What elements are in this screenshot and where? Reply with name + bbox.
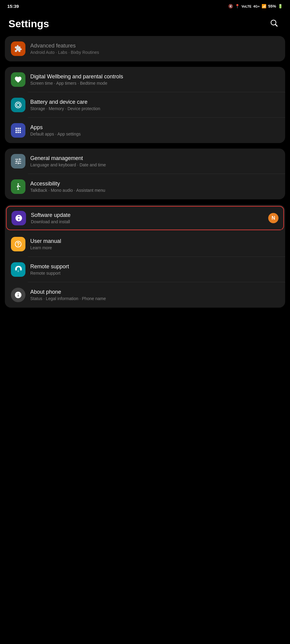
group-general: General management Language and keyboard… (5, 149, 285, 199)
settings-item-remote-support[interactable]: Remote support Remote support (5, 257, 285, 282)
settings-list: Advanced features Android Auto · Labs · … (0, 36, 290, 308)
signal-icon: 📶 (262, 4, 266, 8)
network-4g-icon: 4G+ (253, 5, 260, 8)
location-icon: 📍 (235, 4, 240, 8)
software-update-subtitle: Download and install (31, 219, 268, 224)
page-title: Settings (8, 18, 49, 30)
settings-item-advanced-features[interactable]: Advanced features Android Auto · Labs · … (5, 36, 285, 61)
about-phone-title: About phone (30, 289, 279, 295)
settings-item-user-manual[interactable]: User manual Learn more (5, 231, 285, 257)
puzzle-icon (14, 45, 22, 53)
accessibility-icon (11, 179, 25, 194)
sliders-icon (14, 157, 22, 165)
wellbeing-heart-icon (14, 76, 22, 83)
accessibility-title: Accessibility (30, 181, 279, 187)
battery-icon: 🔋 (278, 4, 283, 8)
battery-icon-item (11, 98, 25, 112)
about-phone-subtitle: Status · Legal information · Phone name (30, 296, 279, 301)
status-icons: 🔇 📍 VoLTE 4G+ 📶 55% 🔋 (228, 4, 283, 8)
settings-item-apps[interactable]: Apps Default apps · App settings (5, 118, 285, 143)
user-manual-title: User manual (30, 238, 279, 244)
software-update-text: Software update Download and install (31, 212, 268, 224)
battery-percent: 55% (268, 4, 276, 8)
settings-item-software-update[interactable]: Software update Download and install N (6, 206, 284, 230)
battery-subtitle: Storage · Memory · Device protection (30, 106, 279, 111)
mute-icon: 🔇 (228, 4, 233, 8)
user-manual-subtitle: Learn more (30, 245, 279, 250)
apps-icon (11, 123, 25, 138)
group-wellbeing: Digital Wellbeing and parental controls … (5, 67, 285, 143)
apps-subtitle: Default apps · App settings (30, 132, 279, 136)
settings-item-battery[interactable]: Battery and device care Storage · Memory… (5, 92, 285, 118)
battery-text: Battery and device care Storage · Memory… (30, 99, 279, 111)
general-management-icon (11, 154, 25, 168)
settings-item-about-phone[interactable]: About phone Status · Legal information ·… (5, 282, 285, 308)
status-time: 15:39 (7, 4, 19, 9)
header: Settings (0, 11, 290, 36)
group-advanced: Advanced features Android Auto · Labs · … (5, 36, 285, 61)
about-phone-text: About phone Status · Legal information ·… (30, 289, 279, 301)
remote-support-title: Remote support (30, 263, 279, 270)
volte-icon: VoLTE (242, 5, 252, 8)
group-support: Software update Download and install N U… (5, 205, 285, 308)
accessibility-text: Accessibility TalkBack · Mono audio · As… (30, 181, 279, 193)
battery-title: Battery and device care (30, 99, 279, 105)
general-management-title: General management (30, 155, 279, 162)
apps-text: Apps Default apps · App settings (30, 124, 279, 136)
battery-care-icon (14, 101, 22, 109)
software-update-title: Software update (31, 212, 268, 218)
general-management-subtitle: Language and keyboard · Date and time (30, 162, 279, 167)
apps-title: Apps (30, 124, 279, 131)
search-button[interactable] (268, 17, 282, 31)
remote-support-icon (11, 262, 25, 277)
search-icon (270, 19, 279, 28)
user-manual-text: User manual Learn more (30, 238, 279, 250)
info-icon (14, 291, 22, 299)
digital-wellbeing-text: Digital Wellbeing and parental controls … (30, 74, 279, 86)
advanced-features-subtitle: Android Auto · Labs · Bixby Routines (30, 50, 279, 55)
accessibility-subtitle: TalkBack · Mono audio · Assistant menu (30, 188, 279, 193)
digital-wellbeing-subtitle: Screen time · App timers · Bedtime mode (30, 81, 279, 86)
settings-item-general-management[interactable]: General management Language and keyboard… (5, 149, 285, 174)
apps-grid-icon (14, 126, 22, 134)
advanced-features-title: Advanced features (30, 43, 279, 49)
about-phone-icon (11, 288, 25, 302)
remote-support-text: Remote support Remote support (30, 263, 279, 276)
headset-icon (14, 266, 22, 273)
notification-badge: N (268, 213, 278, 223)
remote-support-subtitle: Remote support (30, 271, 279, 276)
manual-question-icon (14, 240, 22, 248)
general-management-text: General management Language and keyboard… (30, 155, 279, 167)
advanced-features-text: Advanced features Android Auto · Labs · … (30, 43, 279, 55)
digital-wellbeing-icon (11, 72, 25, 87)
user-manual-icon (11, 237, 25, 251)
status-bar: 15:39 🔇 📍 VoLTE 4G+ 📶 55% 🔋 (0, 0, 290, 11)
software-update-download-icon (15, 214, 23, 222)
advanced-features-icon (11, 41, 25, 56)
digital-wellbeing-title: Digital Wellbeing and parental controls (30, 74, 279, 80)
accessibility-person-icon (14, 183, 22, 191)
settings-item-digital-wellbeing[interactable]: Digital Wellbeing and parental controls … (5, 67, 285, 92)
svg-point-0 (18, 183, 19, 185)
settings-item-accessibility[interactable]: Accessibility TalkBack · Mono audio · As… (5, 174, 285, 199)
software-update-icon (12, 211, 26, 225)
